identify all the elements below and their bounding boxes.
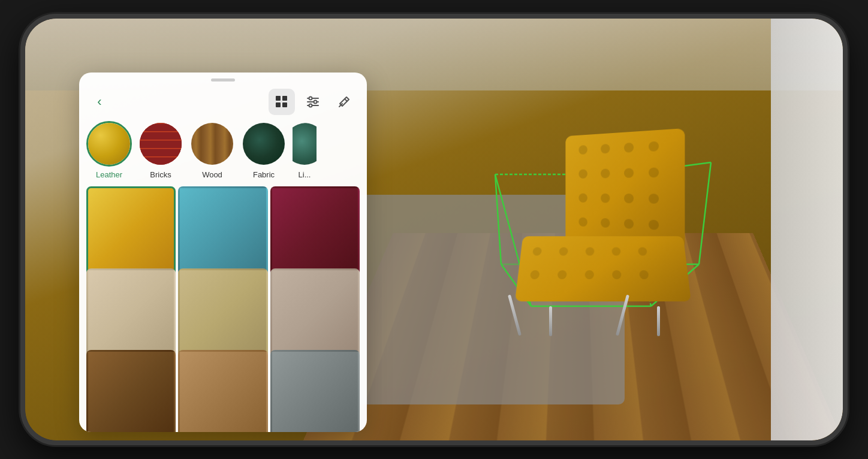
toolbar: ‹ xyxy=(79,85,367,121)
category-row: Leather Bricks Wood xyxy=(79,121,367,184)
material-panel: ‹ xyxy=(79,73,367,432)
material-gray-leather[interactable] xyxy=(270,350,360,432)
ar-chair[interactable] xyxy=(465,102,753,372)
svg-point-18 xyxy=(309,97,312,100)
material-burgundy-leather[interactable] xyxy=(270,186,360,276)
chair-visual xyxy=(501,132,711,336)
material-tan-leather[interactable] xyxy=(178,350,267,432)
material-yellow-leather[interactable] xyxy=(86,186,176,276)
fabric-circle xyxy=(241,121,287,167)
svg-rect-12 xyxy=(282,96,287,101)
wood-label: Wood xyxy=(202,170,222,179)
chair-back-rest xyxy=(565,128,685,250)
leather-circle xyxy=(86,121,132,167)
material-beige1-leather[interactable] xyxy=(86,268,176,358)
chair-legs xyxy=(501,288,705,336)
grid-icon xyxy=(275,95,288,108)
fabric-label: Fabric xyxy=(253,170,275,179)
phone-frame: ‹ xyxy=(20,14,848,445)
svg-point-19 xyxy=(314,101,317,104)
material-beige2-leather[interactable] xyxy=(178,268,267,358)
material-beige3-leather[interactable] xyxy=(270,268,360,358)
more-circle xyxy=(293,121,317,167)
wood-circle xyxy=(189,121,235,167)
screen: ‹ xyxy=(25,19,843,440)
category-bricks[interactable]: Bricks xyxy=(138,121,183,179)
bricks-circle xyxy=(138,121,183,167)
category-more[interactable]: Li... xyxy=(293,121,317,179)
svg-rect-14 xyxy=(282,102,287,107)
category-leather[interactable]: Leather xyxy=(86,121,132,179)
filter-button[interactable] xyxy=(300,89,326,115)
material-brown-leather[interactable] xyxy=(86,350,176,432)
category-fabric[interactable]: Fabric xyxy=(241,121,287,179)
pin-icon xyxy=(337,95,351,108)
back-button[interactable]: ‹ xyxy=(89,91,110,113)
material-teal-leather[interactable] xyxy=(178,186,267,276)
filter-icon xyxy=(306,95,320,108)
svg-point-20 xyxy=(309,104,312,107)
wall-trim xyxy=(771,19,843,440)
drag-handle xyxy=(211,78,235,81)
svg-rect-11 xyxy=(276,96,281,101)
grid-view-button[interactable] xyxy=(269,89,295,115)
leather-label: Leather xyxy=(96,170,122,179)
more-label: Li... xyxy=(299,170,311,179)
bricks-label: Bricks xyxy=(150,170,171,179)
category-wood[interactable]: Wood xyxy=(189,121,235,179)
svg-line-22 xyxy=(345,99,347,101)
svg-rect-13 xyxy=(276,102,281,107)
pin-button[interactable] xyxy=(331,89,357,115)
material-grid xyxy=(79,184,367,432)
